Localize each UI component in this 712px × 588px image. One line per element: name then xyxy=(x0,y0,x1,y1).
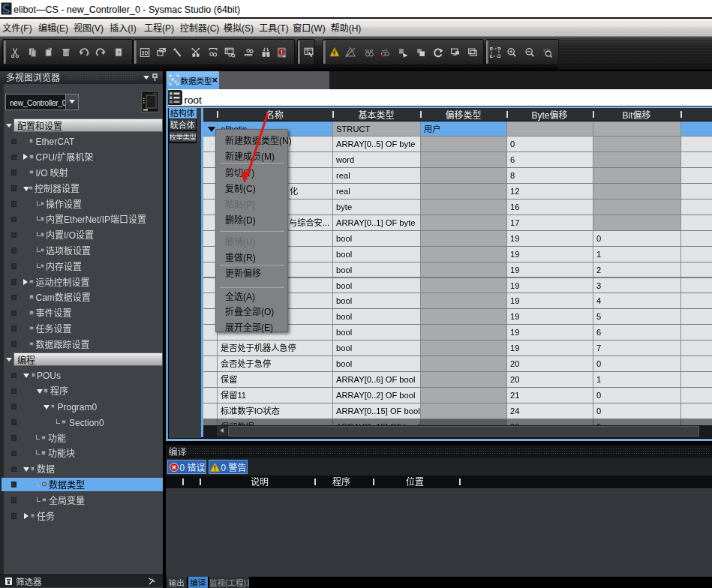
svg-text:3D: 3D xyxy=(142,50,149,56)
svg-text:?: ? xyxy=(117,50,120,56)
